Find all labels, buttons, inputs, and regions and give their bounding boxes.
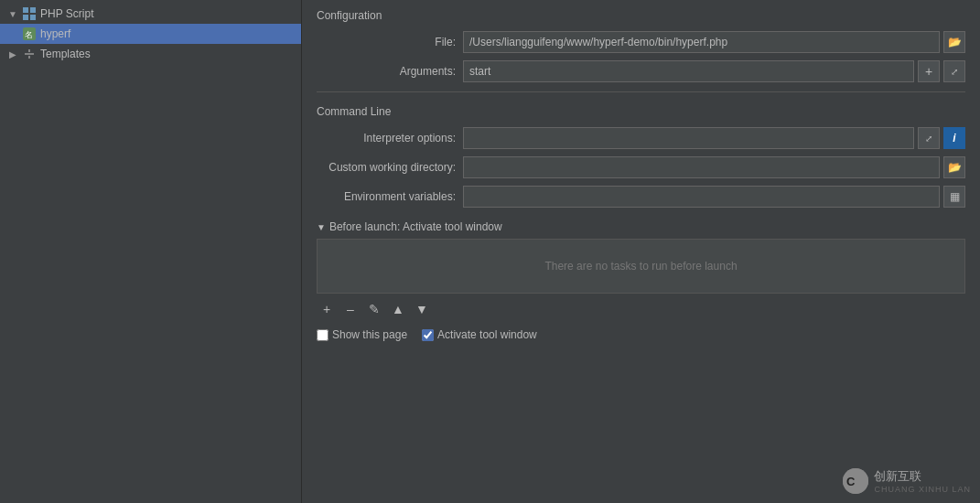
file-input[interactable] [463,31,940,53]
watermark-main-text: 创新互联 [874,468,971,485]
collapse-arrow-icon: ▼ [317,222,326,232]
templates-arrow: ▶ [5,47,20,61]
svg-text:名: 名 [25,30,33,39]
templates-label: Templates [40,48,91,60]
command-line-title: Command Line [317,105,965,118]
show-page-checkbox-row: Show this page [317,328,407,341]
before-launch-header[interactable]: ▼ Before launch: Activate tool window [317,220,965,233]
launch-tasks-box: There are no tasks to run before launch [317,239,965,294]
left-panel: ▼ PHP Script ▶ 名 hyperf [0,0,302,503]
interpreter-info-button[interactable]: i [943,127,965,149]
arguments-input[interactable] [463,60,914,82]
interpreter-options-wrapper: ⤢ i [463,127,965,149]
expand-icon: ⤢ [951,67,958,77]
svg-rect-3 [30,15,36,20]
working-directory-wrapper: 📂 [463,156,965,178]
before-launch-title: Before launch: Activate tool window [329,220,502,233]
env-vars-row: Environment variables: ▦ [317,186,965,208]
interpreter-options-row: Interpreter options: ⤢ i [317,127,965,149]
launch-toolbar: + – ✎ ▲ ▼ [317,299,965,319]
file-browse-button[interactable]: 📂 [943,31,965,53]
launch-down-button[interactable]: ▼ [412,299,432,319]
arguments-label: Arguments: [317,65,463,78]
show-page-label[interactable]: Show this page [332,328,407,341]
watermark-logo: C [843,468,868,494]
before-launch-section: ▼ Before launch: Activate tool window Th… [317,220,965,341]
no-tasks-text: There are no tasks to run before launch [544,260,737,273]
svg-text:C: C [846,475,856,488]
launch-up-button[interactable]: ▲ [388,299,408,319]
arguments-row: Arguments: + ⤢ [317,60,965,82]
folder-icon-2: 📂 [948,161,962,174]
arguments-add-button[interactable]: + [918,60,940,82]
bottom-bar: Show this page Activate tool window [317,328,965,341]
svg-rect-0 [23,7,28,13]
env-vars-wrapper: ▦ [463,186,965,208]
tree-item-hyperf[interactable]: ▶ 名 hyperf [0,24,301,44]
arguments-input-wrapper: + ⤢ [463,60,965,82]
configuration-title: Configuration [317,9,965,22]
file-row: File: 📂 [317,31,965,53]
expand-icon-2: ⤢ [925,134,932,144]
file-input-wrapper: 📂 [463,31,965,53]
watermark-text: 创新互联 CHUANG XINHU LAN [874,468,971,494]
working-directory-row: Custom working directory: 📂 [317,156,965,178]
command-line-section: Command Line Interpreter options: ⤢ i Cu… [317,105,965,208]
env-vars-edit-button[interactable]: ▦ [943,186,965,208]
interpreter-expand-button[interactable]: ⤢ [918,127,940,149]
tree-item-php-script[interactable]: ▼ PHP Script [0,4,301,24]
hyperf-icon: 名 [22,27,37,41]
php-script-arrow: ▼ [5,6,20,21]
launch-add-button[interactable]: + [317,299,337,319]
info-icon: i [953,132,955,144]
svg-rect-2 [23,15,28,20]
svg-rect-1 [30,7,36,13]
interpreter-options-input[interactable] [463,127,914,149]
activate-tool-window-label[interactable]: Activate tool window [437,328,537,341]
show-page-checkbox[interactable] [317,329,328,341]
file-label: File: [317,36,463,48]
watermark-sub-text: CHUANG XINHU LAN [874,485,971,494]
watermark: C 创新互联 CHUANG XINHU LAN [843,468,971,494]
php-script-label: PHP Script [40,7,93,20]
table-icon: ▦ [950,190,960,203]
arguments-expand-button[interactable]: ⤢ [943,60,965,82]
working-directory-input[interactable] [463,156,940,178]
templates-icon [22,47,37,61]
folder-icon: 📂 [948,36,962,48]
activate-tool-window-checkbox[interactable] [422,329,434,341]
divider-1 [317,91,965,92]
tree-item-templates[interactable]: ▶ Templates [0,44,301,64]
interpreter-options-label: Interpreter options: [317,132,463,144]
right-panel: Configuration File: 📂 Arguments: + [302,0,980,503]
working-directory-browse-button[interactable]: 📂 [943,156,965,178]
working-directory-label: Custom working directory: [317,161,463,174]
launch-edit-button[interactable]: ✎ [364,299,384,319]
launch-remove-button[interactable]: – [340,299,361,319]
configuration-section: Configuration File: 📂 Arguments: + [317,9,965,82]
env-vars-input[interactable] [463,186,940,208]
activate-tool-window-checkbox-row: Activate tool window [422,328,537,341]
php-script-icon [22,6,37,21]
hyperf-label: hyperf [40,27,70,40]
env-vars-label: Environment variables: [317,190,463,203]
